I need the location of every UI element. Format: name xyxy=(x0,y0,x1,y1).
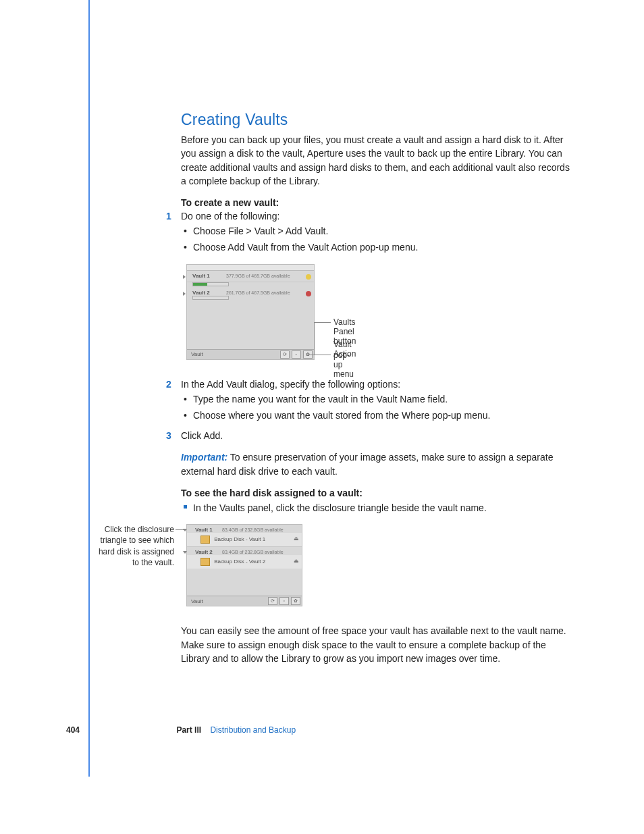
panel-toggle-icon: ▫ xyxy=(292,350,301,359)
usage-bar xyxy=(192,282,229,286)
vault-info: 83.4GB of 232.8GB available xyxy=(222,550,284,554)
bullet-item: Choose File > Vault > Add Vault. xyxy=(193,224,572,238)
figure-vaults-panel: Vault 1 377.9GB of 465.7GB available Vau… xyxy=(181,264,572,365)
eject-icon: ⏏ xyxy=(294,536,299,542)
disclosure-triangle-icon xyxy=(183,529,187,531)
vault-name: Vault 2 xyxy=(192,290,226,296)
bullet-item: Choose Add Vault from the Vault Action p… xyxy=(193,240,572,254)
vault-name: Vault 1 xyxy=(192,273,226,279)
disclosure-triangle-icon xyxy=(183,292,186,296)
step-number: 1 xyxy=(166,211,171,221)
subhead-see-disk: To see the hard disk assigned to a vault… xyxy=(181,488,572,498)
usage-bar xyxy=(192,296,229,300)
important-note: Important: To ensure preservation of you… xyxy=(181,450,572,478)
step-1: 1 Do one of the following: xyxy=(181,211,572,221)
disk-icon xyxy=(200,536,210,544)
panel-toggle-icon: ▫ xyxy=(279,597,289,605)
step-text: Do one of the following: xyxy=(181,211,279,221)
disk-name: Backup Disk - Vault 1 xyxy=(214,536,265,542)
part-label: Part III xyxy=(176,725,201,735)
disk-icon xyxy=(200,558,210,566)
step1-bullets: Choose File > Vault > Add Vault. Choose … xyxy=(181,224,572,255)
important-label: Important: xyxy=(181,452,227,463)
step2-bullets: Type the name you want for the vault in … xyxy=(181,392,572,423)
panel-footer-label: Vault xyxy=(191,598,203,604)
bullet-item: Type the name you want for the vault in … xyxy=(193,392,572,406)
vault-name: Vault 1 xyxy=(195,527,213,533)
callout-label: pop-up menu xyxy=(333,350,354,379)
sync-status-icon xyxy=(306,274,311,280)
vault-info: 83.4GB of 232.8GB available xyxy=(222,527,284,532)
vaults-panel-screenshot: Vault 1 377.9GB of 465.7GB available Vau… xyxy=(186,264,315,360)
sync-icon: ⟳ xyxy=(268,597,277,605)
bullet-item: Choose where you want the vault stored f… xyxy=(193,409,572,422)
panel-footer-label: Vault xyxy=(191,351,203,357)
vault-info: 261.7GB of 467.5GB available xyxy=(226,290,290,295)
sync-status-icon xyxy=(306,291,311,296)
important-text: To ensure preservation of your image ass… xyxy=(181,452,553,476)
disclosure-triangle-icon xyxy=(183,551,187,554)
page-number: 404 xyxy=(66,725,80,735)
step-number: 3 xyxy=(166,430,171,441)
figure-disclosure: Click the disclosure triangle to see whi… xyxy=(181,524,572,612)
intro-paragraph: Before you can back up your files, you m… xyxy=(181,133,572,188)
bullet-item: In the Vaults panel, click the disclosur… xyxy=(193,501,572,515)
main-content: Creating Vaults Before you can back up y… xyxy=(181,111,572,675)
action-menu-icon: ✿ xyxy=(291,597,300,605)
vault-name: Vault 2 xyxy=(195,549,213,555)
figure-caption: Click the disclosure triangle to see whi… xyxy=(95,524,174,568)
section-label: Distribution and Backup xyxy=(210,725,296,735)
disk-name: Backup Disk - Vault 2 xyxy=(214,558,265,565)
vaults-panel-expanded-screenshot: Vault 1 83.4GB of 232.8GB available Back… xyxy=(186,524,302,606)
step-text: Click Add. xyxy=(181,430,223,441)
disclosure-triangle-icon xyxy=(183,275,186,279)
subhead-create-vault: To create a new vault: xyxy=(181,197,572,208)
sync-icon: ⟳ xyxy=(280,350,290,359)
closing-paragraph: You can easily see the amount of free sp… xyxy=(181,624,572,665)
page-title: Creating Vaults xyxy=(181,111,572,129)
step-3: 3 Click Add. xyxy=(181,430,572,441)
step-2: 2 In the Add Vault dialog, specify the f… xyxy=(181,379,572,390)
square-bullet-list: In the Vaults panel, click the disclosur… xyxy=(181,501,572,515)
vertical-rule xyxy=(88,0,90,777)
step-number: 2 xyxy=(166,379,171,390)
step-text: In the Add Vault dialog, specify the fol… xyxy=(181,379,400,390)
vault-info: 377.9GB of 465.7GB available xyxy=(226,273,290,278)
page-footer: 404 Part III Distribution and Backup xyxy=(66,725,539,735)
eject-icon: ⏏ xyxy=(294,558,299,564)
